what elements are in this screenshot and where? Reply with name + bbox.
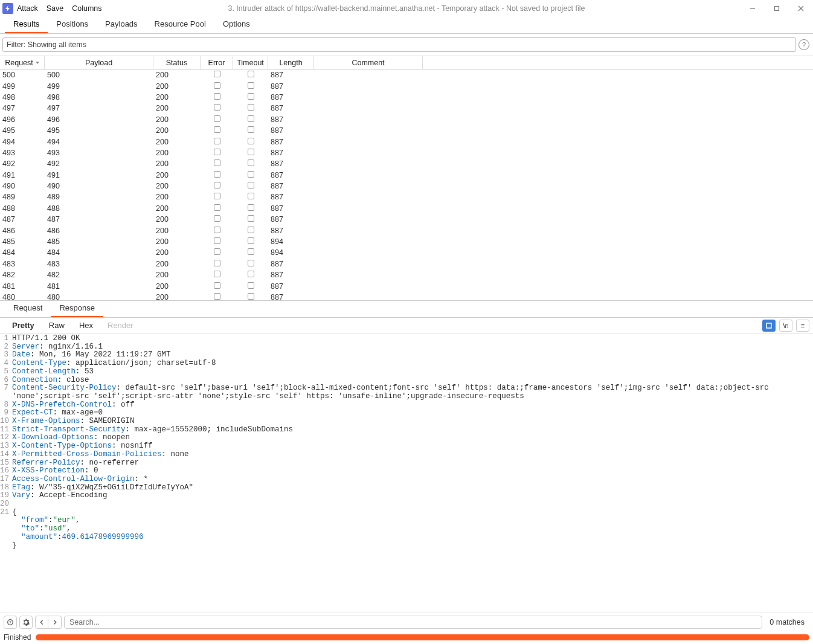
table-row[interactable]: 491491200887 bbox=[0, 170, 813, 181]
col-length[interactable]: Length bbox=[268, 56, 314, 69]
line-content: Referrer-Policy: no-referrer bbox=[11, 459, 813, 468]
help-icon[interactable]: ? bbox=[4, 616, 17, 629]
newline-toggle[interactable]: \n bbox=[779, 320, 792, 332]
col-request[interactable]: Request bbox=[0, 56, 45, 69]
checkbox-icon bbox=[214, 271, 220, 277]
table-row[interactable]: 495495200887 bbox=[0, 125, 813, 136]
cell-length: 887 bbox=[268, 204, 314, 213]
cell-status: 200 bbox=[153, 215, 201, 224]
table-row[interactable]: 497497200887 bbox=[0, 103, 813, 114]
filter-input[interactable]: Filter: Showing all items bbox=[2, 37, 796, 52]
cell-timeout bbox=[233, 104, 268, 112]
cell-error bbox=[201, 126, 233, 135]
gear-icon[interactable] bbox=[19, 616, 33, 629]
view-tab-raw[interactable]: Raw bbox=[42, 318, 72, 332]
col-error[interactable]: Error bbox=[201, 56, 233, 69]
col-comment[interactable]: Comment bbox=[314, 56, 423, 69]
cell-error bbox=[201, 171, 233, 179]
cell-error bbox=[201, 248, 233, 257]
cell-status: 200 bbox=[153, 293, 201, 300]
col-status[interactable]: Status bbox=[153, 56, 201, 69]
view-tab-hex[interactable]: Hex bbox=[72, 318, 100, 332]
cell-payload: 491 bbox=[45, 171, 153, 179]
cell-length: 887 bbox=[268, 282, 314, 291]
table-row[interactable]: 487487200887 bbox=[0, 214, 813, 225]
line-number: 1 bbox=[0, 335, 11, 343]
table-row[interactable]: 493493200887 bbox=[0, 147, 813, 158]
line-number: 11 bbox=[0, 426, 11, 434]
help-icon[interactable]: ? bbox=[799, 39, 809, 50]
table-row[interactable]: 496496200887 bbox=[0, 114, 813, 125]
menu-attack[interactable]: Attack bbox=[17, 4, 38, 13]
line-number bbox=[0, 533, 11, 542]
cell-status: 200 bbox=[153, 126, 201, 135]
cell-length: 887 bbox=[268, 138, 314, 146]
search-input[interactable] bbox=[64, 616, 762, 629]
line-number: 13 bbox=[0, 442, 11, 451]
next-match-button[interactable] bbox=[48, 616, 62, 629]
cell-timeout bbox=[233, 215, 268, 224]
table-row[interactable]: 489489200887 bbox=[0, 192, 813, 202]
checkbox-icon bbox=[214, 71, 220, 77]
cell-request: 487 bbox=[0, 215, 45, 224]
menu-save[interactable]: Save bbox=[47, 4, 64, 13]
cell-timeout bbox=[233, 93, 268, 101]
cell-request: 488 bbox=[0, 204, 45, 213]
table-row[interactable]: 492492200887 bbox=[0, 158, 813, 169]
cell-length: 894 bbox=[268, 237, 314, 246]
table-row[interactable]: 498498200887 bbox=[0, 92, 813, 103]
cell-error bbox=[201, 237, 233, 246]
table-row[interactable]: 484484200894 bbox=[0, 247, 813, 258]
rr-tab-request[interactable]: Request bbox=[5, 300, 51, 317]
menu-columns[interactable]: Columns bbox=[72, 4, 101, 13]
table-header: Request Payload Status Error Timeout Len… bbox=[0, 56, 813, 69]
maximize-button[interactable] bbox=[765, 0, 789, 17]
table-row[interactable]: 494494200887 bbox=[0, 136, 813, 147]
prev-match-button[interactable] bbox=[35, 616, 48, 629]
col-timeout[interactable]: Timeout bbox=[233, 56, 268, 69]
line-number: 19 bbox=[0, 492, 11, 500]
rr-tab-response[interactable]: Response bbox=[51, 300, 103, 317]
table-row[interactable]: 483483200887 bbox=[0, 259, 813, 269]
table-row[interactable]: 500500200887 bbox=[0, 69, 813, 80]
cell-status: 200 bbox=[153, 227, 201, 235]
cell-payload: 488 bbox=[45, 204, 153, 213]
view-tab-pretty[interactable]: Pretty bbox=[5, 318, 42, 332]
cell-timeout bbox=[233, 260, 268, 268]
checkbox-icon bbox=[248, 182, 254, 188]
panel-menu-icon[interactable]: ≡ bbox=[796, 320, 809, 332]
table-row[interactable]: 499499200887 bbox=[0, 80, 813, 91]
tab-resource-pool[interactable]: Resource Pool bbox=[146, 16, 214, 33]
table-row[interactable]: 488488200887 bbox=[0, 203, 813, 214]
tab-payloads[interactable]: Payloads bbox=[97, 16, 146, 33]
cell-timeout bbox=[233, 71, 268, 79]
table-body[interactable]: 5005002008874994992008874984982008874974… bbox=[0, 69, 813, 300]
cell-timeout bbox=[233, 282, 268, 291]
cell-error bbox=[201, 193, 233, 201]
checkbox-icon bbox=[214, 126, 220, 133]
checkbox-icon bbox=[214, 182, 220, 188]
table-row[interactable]: 480480200887 bbox=[0, 292, 813, 300]
tab-results[interactable]: Results bbox=[5, 16, 48, 33]
table-row[interactable]: 485485200894 bbox=[0, 236, 813, 247]
cell-status: 200 bbox=[153, 260, 201, 268]
tab-options[interactable]: Options bbox=[214, 16, 259, 33]
match-count: 0 matches bbox=[765, 618, 809, 626]
tab-positions[interactable]: Positions bbox=[48, 16, 97, 33]
svg-rect-1 bbox=[775, 7, 779, 11]
table-row[interactable]: 482482200887 bbox=[0, 269, 813, 280]
table-row[interactable]: 481481200887 bbox=[0, 280, 813, 291]
cell-payload: 482 bbox=[45, 271, 153, 279]
minimize-button[interactable] bbox=[741, 0, 765, 17]
col-payload[interactable]: Payload bbox=[45, 56, 153, 69]
cell-payload: 490 bbox=[45, 182, 153, 190]
line-content: Content-Security-Policy: default-src 'se… bbox=[11, 384, 813, 401]
cell-payload: 498 bbox=[45, 93, 153, 101]
titlebar: Attack Save Columns 3. Intruder attack o… bbox=[0, 0, 813, 17]
close-button[interactable] bbox=[789, 0, 813, 17]
raw-toggle-icon[interactable] bbox=[762, 320, 776, 332]
table-row[interactable]: 486486200887 bbox=[0, 225, 813, 236]
cell-length: 887 bbox=[268, 82, 314, 91]
response-body[interactable]: 1HTTP/1.1 200 OK2Server: nginx/1.16.13Da… bbox=[0, 333, 813, 613]
table-row[interactable]: 490490200887 bbox=[0, 181, 813, 192]
